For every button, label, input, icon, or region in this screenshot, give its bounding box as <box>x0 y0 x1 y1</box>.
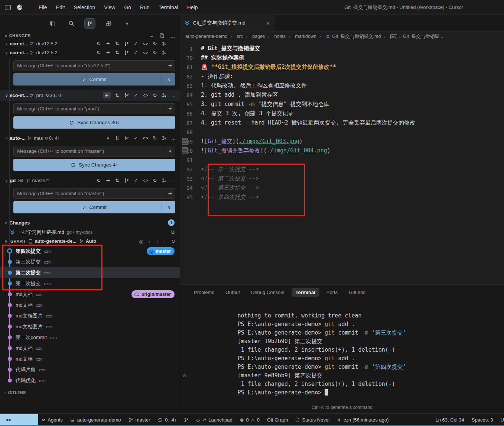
panel-tab[interactable]: Debug Console <box>247 288 289 297</box>
extensions-icon[interactable] <box>103 18 114 29</box>
more-actions-icon[interactable]: … <box>171 93 176 98</box>
sparkle-ai-icon[interactable] <box>105 178 111 183</box>
graph-commit-row[interactable]: 第一次提交 czn <box>0 278 180 289</box>
graph-icon[interactable] <box>124 178 129 183</box>
commit-check-icon[interactable]: ✓ <box>133 50 139 55</box>
sparkle-ai-icon[interactable] <box>105 51 111 55</box>
code-line[interactable]: 82 - 操作步骤: <box>180 72 504 81</box>
panel-tab[interactable]: Output <box>221 288 244 297</box>
commit-dropdown-icon[interactable]: ∨ <box>168 77 171 82</box>
more-actions-icon[interactable]: … <box>171 135 176 141</box>
code-line[interactable]: 91 <box>180 155 504 165</box>
editor-code-area[interactable]: 1 # Git_提交与撤销提交 70 ## 实际操作案例 81 🚨 **Git_… <box>180 41 504 284</box>
refresh-icon[interactable]: ↻ <box>152 41 157 46</box>
history-icon[interactable] <box>162 50 167 55</box>
more-actions-icon[interactable]: … <box>171 178 176 183</box>
problems-status-item[interactable]: ⊗ 0 △ 0 <box>236 414 263 426</box>
gitlens-compare-item[interactable] <box>180 414 192 426</box>
sparkle-ai-icon[interactable] <box>103 92 111 99</box>
copy-icon[interactable] <box>47 18 58 29</box>
refresh-icon[interactable]: ↻ <box>152 93 157 98</box>
open-changes-icon[interactable]: <> <box>143 41 148 46</box>
branch-status-item[interactable]: master <box>125 414 154 426</box>
graph-icon[interactable] <box>124 136 129 141</box>
launchpad-status-item[interactable]: ◇ ↗ Launchpad <box>192 414 236 426</box>
sync-icon[interactable]: ↻ <box>96 50 101 55</box>
commit-dropdown-icon[interactable]: ∨ <box>168 205 171 210</box>
code-line[interactable]: 92 <!-- 第一次提交 --> <box>180 165 504 174</box>
breadcrumb-item[interactable]: Git_提交与撤销提交.md <box>316 33 381 40</box>
image-preview-decoration[interactable] <box>182 138 188 145</box>
code-line[interactable]: 94 <!-- 第三次提交 --> <box>180 183 504 193</box>
code-line[interactable]: 1 # Git_提交与撤销提交 <box>180 44 504 53</box>
source-control-icon[interactable] <box>84 18 95 29</box>
code-line[interactable]: 90 ![Git_撤销并丢弃修改](./imgs/Git_004.png) <box>180 146 504 155</box>
breadcrumb-item[interactable]: markdown <box>286 34 316 39</box>
code-line[interactable]: 89 ![Git_提交](./imgs/Git_003.png) <box>180 137 504 146</box>
more-actions-icon[interactable]: … <box>170 33 175 39</box>
indentation-item[interactable]: Spaces: 3 <box>468 417 497 423</box>
changed-file-row[interactable]: 一些学习网址链接.md gd • my-docs U <box>0 227 180 237</box>
history-icon[interactable] <box>162 178 167 183</box>
commit-check-icon[interactable]: ✓ <box>133 135 139 141</box>
stash-icon[interactable]: ⇅ <box>115 178 120 183</box>
breadcrumb-item[interactable]: src <box>227 34 243 39</box>
code-line[interactable]: 86 4. 提交 3 次, 创建 3 个提交记录 <box>180 109 504 118</box>
menu-item[interactable]: Edit <box>52 3 69 12</box>
status-novel-item[interactable]: Status Novel <box>292 414 333 426</box>
breadcrumb-item[interactable]: abc # Git_提交与撤销提... <box>381 33 443 40</box>
menu-item[interactable]: File <box>34 3 52 12</box>
graph-icon[interactable] <box>124 50 129 55</box>
menu-item[interactable]: Run <box>136 3 154 12</box>
sync-icon[interactable]: ↻ <box>96 41 101 46</box>
commit-message-input[interactable] <box>14 146 165 156</box>
collapse-all-icon[interactable] <box>159 33 165 38</box>
graph-commit-row[interactable]: 第三次提交 czn <box>0 256 180 267</box>
changes-tree-header[interactable]: ∨ Changes 1 <box>0 218 180 227</box>
refresh-icon[interactable]: ↻ <box>152 135 157 141</box>
stash-icon[interactable]: ⇅ <box>115 93 120 98</box>
menu-item[interactable]: Help <box>183 3 202 12</box>
encoding-item[interactable]: U <box>497 417 504 423</box>
open-changes-icon[interactable]: <> <box>143 135 148 141</box>
refresh-icon[interactable]: ↻ <box>152 178 157 183</box>
remote-indicator[interactable]: >< <box>0 414 38 426</box>
graph-repo-picker[interactable]: auto-generate-de... <box>28 239 77 244</box>
stash-icon[interactable]: ⇅ <box>115 50 120 55</box>
graph-commit-row[interactable]: md文档 czn <box>0 300 180 310</box>
pull-icon[interactable]: ↓ <box>156 239 159 244</box>
agents-status-item[interactable]: ∞ Agents <box>38 414 66 426</box>
search-icon[interactable] <box>66 18 77 29</box>
graph-commit-row[interactable]: 第二次提交 czn <box>0 267 180 278</box>
menu-item[interactable]: View <box>100 3 120 12</box>
sync-changes-button[interactable]: Sync Changes 30↓ <box>13 116 175 129</box>
graph-commit-row[interactable]: 代码片段 czn <box>0 364 180 375</box>
generate-message-icon[interactable] <box>165 61 175 71</box>
chevron-down-icon[interactable]: ∨ <box>121 18 133 29</box>
code-line[interactable]: 70 ## 实际操作案例 <box>180 53 504 62</box>
branch-badge[interactable]: ◎ master <box>147 247 175 255</box>
repo-row-auto[interactable]: ∨ auto-... master ↻ 0↓ 4↑ ⇅ ✓ <> ↻ … <box>0 133 180 143</box>
repo-status-item[interactable]: auto-generate-demo <box>66 414 125 426</box>
generate-message-icon[interactable] <box>165 104 175 114</box>
repo-row-eco-1[interactable]: ∨ eco-et... dev12.5.2 ↻ ⇅ ✓ <> ↻ … <box>0 39 180 48</box>
graph-commit-row[interactable]: md文档图片 czn <box>0 321 180 332</box>
graph-commit-row[interactable]: 代码优化 czn <box>0 375 180 386</box>
graph-section-header[interactable]: ∨ GRAPH auto-generate-de... Auto ◎ ↓ ↓ ↑… <box>0 237 180 246</box>
breadcrumb-item[interactable]: auto-generate-demo <box>185 34 227 39</box>
graph-icon[interactable] <box>124 93 129 98</box>
more-actions-icon[interactable]: … <box>171 41 176 46</box>
sync-status-item[interactable]: 0↓ 4↑ <box>154 414 180 426</box>
code-line[interactable]: 88 <box>180 128 504 137</box>
generate-message-icon[interactable] <box>165 146 175 156</box>
git-graph-status-item[interactable]: Git Graph <box>263 414 292 426</box>
breadcrumb-item[interactable]: pages <box>243 34 265 39</box>
commit-message-input[interactable] <box>14 188 165 199</box>
graph-commit-row[interactable]: 第四次提交 czn ◎ master <box>0 246 180 256</box>
open-changes-icon[interactable]: <> <box>143 50 148 55</box>
changes-section-header[interactable]: ∨ CHANGES ≡ … <box>0 32 180 39</box>
close-icon[interactable]: × <box>266 20 270 26</box>
code-line[interactable]: 81 🚨 **Git_模拟提交后撤销最后2次提交并保留修改** <box>180 62 504 72</box>
commit-message-input[interactable] <box>14 61 165 71</box>
branch-badge[interactable]: ◎ origin/master <box>131 290 175 298</box>
